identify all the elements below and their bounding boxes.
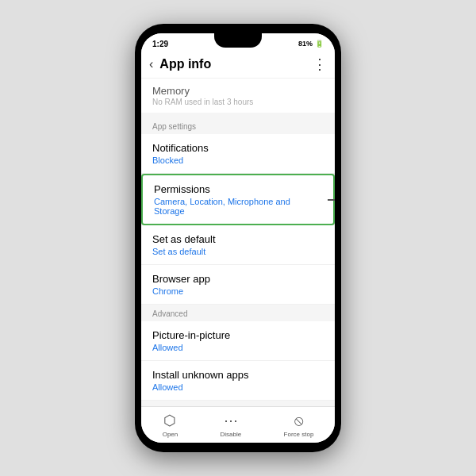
- annotation-line: [328, 199, 335, 201]
- notifications-sub: Blocked: [152, 155, 324, 165]
- open-label: Open: [163, 431, 178, 438]
- force-stop-label: Force stop: [284, 431, 314, 438]
- permissions-title: Permissions: [154, 183, 322, 195]
- permissions-sub: Camera, Location, Microphone and Storage: [154, 197, 322, 216]
- list-item-permissions[interactable]: Permissions Camera, Location, Microphone…: [141, 174, 335, 225]
- status-time: 1:29: [152, 40, 168, 48]
- back-button[interactable]: ‹: [149, 57, 153, 71]
- notifications-title: Notifications: [152, 142, 324, 154]
- page-title: App info: [159, 57, 313, 71]
- bottom-nav: ⬡ Open ⋯ Disable ⦸ Force stop: [141, 406, 335, 443]
- memory-label: Memory: [152, 85, 324, 97]
- list-item-install-unknown[interactable]: Install unknown apps Allowed: [141, 361, 335, 401]
- memory-sub: No RAM used in last 3 hours: [152, 98, 324, 106]
- force-stop-icon: ⦸: [294, 413, 303, 429]
- annotation: S..4: [328, 196, 335, 204]
- disable-label: Disable: [221, 431, 242, 438]
- list-item-pip[interactable]: Picture-in-picture Allowed: [141, 321, 335, 361]
- browser-app-title: Browser app: [152, 273, 324, 285]
- list-item-notifications[interactable]: Notifications Blocked: [141, 134, 335, 174]
- nav-force-stop[interactable]: ⦸ Force stop: [284, 413, 314, 438]
- battery-level: 81%: [298, 40, 313, 48]
- nav-disable[interactable]: ⋯ Disable: [221, 412, 242, 438]
- install-unknown-sub: Allowed: [152, 382, 324, 392]
- open-icon: ⬡: [163, 412, 176, 429]
- list-item-browser-app[interactable]: Browser app Chrome: [141, 265, 335, 305]
- set-as-default-title: Set as default: [152, 233, 324, 245]
- content-area: Memory No RAM used in last 3 hours App s…: [141, 79, 335, 406]
- nav-open[interactable]: ⬡ Open: [163, 412, 178, 438]
- phone-screen: 1:29 81% 🔋 ‹ App info ⋮ Memory No RAM us…: [141, 33, 335, 443]
- status-right: 81% 🔋: [298, 40, 324, 48]
- section-label-advanced: Advanced: [141, 305, 335, 321]
- install-unknown-title: Install unknown apps: [152, 369, 324, 381]
- set-as-default-sub: Set as default: [152, 247, 324, 256]
- memory-section: Memory No RAM used in last 3 hours: [141, 79, 335, 113]
- phone-frame: 1:29 81% 🔋 ‹ App info ⋮ Memory No RAM us…: [135, 24, 341, 452]
- top-bar: ‹ App info ⋮: [141, 51, 335, 79]
- pip-sub: Allowed: [152, 343, 324, 352]
- pip-title: Picture-in-picture: [152, 329, 324, 341]
- more-options-icon[interactable]: ⋮: [313, 56, 327, 73]
- section-label-app-settings: App settings: [141, 117, 335, 134]
- battery-icon: 🔋: [315, 40, 324, 48]
- list-item-set-as-default[interactable]: Set as default Set as default: [141, 225, 335, 265]
- browser-app-sub: Chrome: [152, 286, 324, 296]
- permissions-wrapper: Permissions Camera, Location, Microphone…: [141, 174, 335, 225]
- disable-icon: ⋯: [224, 412, 238, 429]
- notch: [214, 33, 262, 48]
